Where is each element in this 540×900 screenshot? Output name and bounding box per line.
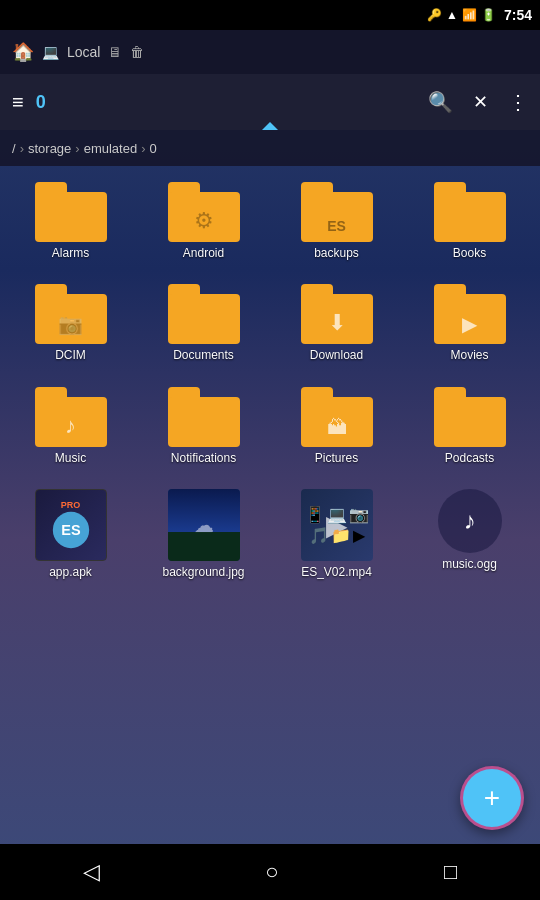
apk-logo: ES [51, 510, 91, 550]
monitor-icon: 🖥 [108, 44, 122, 60]
trash-icon: 🗑 [130, 44, 144, 60]
apk-thumbnail: PRO ES [35, 489, 107, 561]
folder-pictures-label: Pictures [315, 451, 358, 465]
breadcrumb-emulated[interactable]: emulated [84, 141, 137, 156]
folder-notifications[interactable]: Notifications [141, 379, 266, 473]
mp4-thumb-inner: 📱 💻 📷 🎵 📁 ▶ ▶ [301, 489, 373, 561]
tab-indicator [262, 122, 278, 130]
ogg-thumb-inner: ♪ [438, 489, 502, 553]
location-bar: 🏠 💻 Local 🖥 🗑 [0, 30, 540, 74]
ogg-thumbnail: ♪ [438, 489, 502, 553]
folder-movies-icon: ▶ [434, 284, 506, 344]
tab-count: 0 [36, 92, 46, 113]
breadcrumb-0[interactable]: 0 [150, 141, 157, 156]
svg-text:ES: ES [61, 523, 81, 539]
folder-download-label: Download [310, 348, 363, 362]
folder-movies[interactable]: ▶ Movies [407, 276, 532, 370]
status-bar: 🔑 ▲ 📶 🔋 7:54 [0, 0, 540, 30]
back-button[interactable]: ◁ [83, 859, 100, 885]
top-bar-left: ≡ 0 [12, 91, 420, 114]
ogg-music-icon: ♪ [464, 507, 476, 535]
folder-dcim-icon: 📷 [35, 284, 107, 344]
backups-overlay-icon: ES [327, 218, 346, 234]
mp4-icons: 📱 💻 📷 🎵 📁 ▶ [305, 493, 369, 557]
home-button[interactable]: ○ [265, 859, 278, 885]
movies-overlay-icon: ▶ [462, 312, 477, 336]
fab-plus-icon: + [484, 784, 500, 812]
breadcrumb-sep2: › [75, 141, 79, 156]
folder-backups-label: backups [314, 246, 359, 260]
folder-music-label: Music [55, 451, 86, 465]
breadcrumb-storage[interactable]: storage [28, 141, 71, 156]
folder-android[interactable]: ⚙ Android [141, 174, 266, 268]
folder-dcim-label: DCIM [55, 348, 86, 362]
file-grid: Alarms ⚙ Android ES backups Books 📷 [0, 166, 540, 596]
music-overlay-icon: ♪ [65, 413, 76, 439]
pictures-overlay-icon: 🏔 [327, 416, 347, 439]
folder-alarms-icon [35, 182, 107, 242]
download-overlay-icon: ⬇ [328, 310, 346, 336]
android-overlay-icon: ⚙ [194, 208, 214, 234]
es-logo-svg: ES [51, 508, 91, 552]
recent-button[interactable]: □ [444, 859, 457, 885]
folder-download-icon: ⬇ [301, 284, 373, 344]
breadcrumb-sep3: › [141, 141, 145, 156]
jpg-thumb-inner: ☁ [168, 489, 240, 561]
top-bar-right: 🔍 ✕ ⋮ [428, 90, 528, 114]
file-app-apk[interactable]: PRO ES app.apk [8, 481, 133, 587]
folder-documents[interactable]: Documents [141, 276, 266, 370]
status-time: 7:54 [504, 7, 532, 23]
status-icons: 🔑 ▲ 📶 🔋 7:54 [427, 7, 532, 23]
jpg-thumbnail: ☁ [168, 489, 240, 561]
breadcrumb: / › storage › emulated › 0 [0, 130, 540, 166]
folder-music[interactable]: ♪ Music [8, 379, 133, 473]
fab-button[interactable]: + [460, 766, 524, 830]
folder-notifications-icon [168, 387, 240, 447]
folder-music-icon: ♪ [35, 387, 107, 447]
close-icon[interactable]: ✕ [473, 91, 488, 113]
folder-download[interactable]: ⬇ Download [274, 276, 399, 370]
folder-books[interactable]: Books [407, 174, 532, 268]
breadcrumb-sep1: › [20, 141, 24, 156]
folder-alarms[interactable]: Alarms [8, 174, 133, 268]
ogg-label: music.ogg [442, 557, 497, 571]
nav-bar: ◁ ○ □ [0, 844, 540, 900]
folder-podcasts[interactable]: Podcasts [407, 379, 532, 473]
more-icon[interactable]: ⋮ [508, 90, 528, 114]
file-music-ogg[interactable]: ♪ music.ogg [407, 481, 532, 587]
apk-label: app.apk [49, 565, 92, 579]
top-bar: ≡ 0 🔍 ✕ ⋮ [0, 74, 540, 130]
jpg-label: background.jpg [162, 565, 244, 579]
folder-podcasts-icon [434, 387, 506, 447]
folder-backups-icon: ES [301, 182, 373, 242]
folder-pictures[interactable]: 🏔 Pictures [274, 379, 399, 473]
breadcrumb-root[interactable]: / [12, 141, 16, 156]
folder-alarms-label: Alarms [52, 246, 89, 260]
folder-notifications-label: Notifications [171, 451, 236, 465]
dcim-overlay-icon: 📷 [58, 312, 83, 336]
folder-backups[interactable]: ES backups [274, 174, 399, 268]
battery-icon: 🔋 [481, 8, 496, 22]
folder-dcim[interactable]: 📷 DCIM [8, 276, 133, 370]
local-icon: 💻 [42, 44, 59, 60]
folder-books-icon [434, 182, 506, 242]
file-es-v02-mp4[interactable]: 📱 💻 📷 🎵 📁 ▶ ▶ ES_V02.mp4 [274, 481, 399, 587]
folder-podcasts-label: Podcasts [445, 451, 494, 465]
folder-movies-label: Movies [450, 348, 488, 362]
file-background-jpg[interactable]: ☁ background.jpg [141, 481, 266, 587]
key-icon: 🔑 [427, 8, 442, 22]
hamburger-icon[interactable]: ≡ [12, 91, 24, 114]
home-icon: 🏠 [12, 41, 34, 63]
mp4-label: ES_V02.mp4 [301, 565, 372, 579]
wifi-icon: ▲ [446, 8, 458, 22]
folder-android-icon: ⚙ [168, 182, 240, 242]
folder-documents-label: Documents [173, 348, 234, 362]
apk-inner: PRO ES [51, 500, 91, 550]
folder-documents-icon [168, 284, 240, 344]
search-icon[interactable]: 🔍 [428, 90, 453, 114]
mp4-thumbnail: 📱 💻 📷 🎵 📁 ▶ ▶ [301, 489, 373, 561]
folder-pictures-icon: 🏔 [301, 387, 373, 447]
folder-books-label: Books [453, 246, 486, 260]
signal-icon: 📶 [462, 8, 477, 22]
jpg-cloud-icon: ☁ [194, 513, 214, 537]
